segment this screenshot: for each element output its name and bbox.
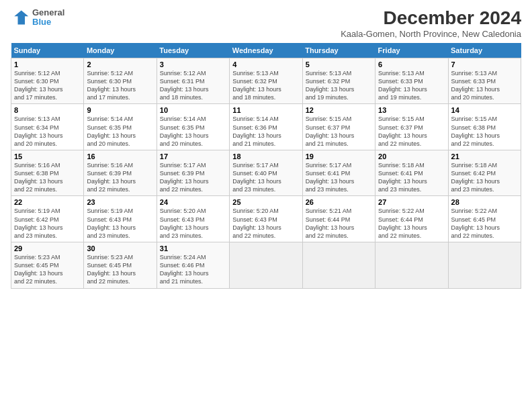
- day-info: Sunrise: 5:13 AM Sunset: 6:32 PM Dayligh…: [306, 69, 372, 102]
- calendar-cell: 26Sunrise: 5:21 AM Sunset: 6:44 PM Dayli…: [302, 196, 375, 242]
- day-info: Sunrise: 5:13 AM Sunset: 6:33 PM Dayligh…: [378, 69, 445, 102]
- col-header-monday: Monday: [84, 43, 157, 58]
- title-area: December 2024 Kaala-Gomen, North Provinc…: [341, 8, 521, 39]
- day-info: Sunrise: 5:13 AM Sunset: 6:34 PM Dayligh…: [14, 115, 81, 148]
- day-info: Sunrise: 5:14 AM Sunset: 6:35 PM Dayligh…: [160, 115, 226, 148]
- logo-text: General Blue: [32, 8, 64, 28]
- calendar-cell: 6Sunrise: 5:13 AM Sunset: 6:33 PM Daylig…: [375, 58, 448, 104]
- calendar-cell: 20Sunrise: 5:18 AM Sunset: 6:41 PM Dayli…: [375, 150, 448, 196]
- subtitle: Kaala-Gomen, North Province, New Caledon…: [341, 29, 521, 39]
- calendar-cell: 16Sunrise: 5:16 AM Sunset: 6:39 PM Dayli…: [84, 150, 157, 196]
- day-info: Sunrise: 5:17 AM Sunset: 6:40 PM Dayligh…: [232, 161, 299, 194]
- week-row-3: 15Sunrise: 5:16 AM Sunset: 6:38 PM Dayli…: [11, 150, 521, 196]
- day-info: Sunrise: 5:21 AM Sunset: 6:44 PM Dayligh…: [306, 207, 372, 240]
- calendar-cell: 29Sunrise: 5:23 AM Sunset: 6:45 PM Dayli…: [11, 242, 84, 289]
- day-info: Sunrise: 5:16 AM Sunset: 6:38 PM Dayligh…: [14, 161, 81, 194]
- day-number: 30: [87, 244, 153, 253]
- week-row-4: 22Sunrise: 5:19 AM Sunset: 6:42 PM Dayli…: [11, 196, 521, 242]
- day-number: 28: [451, 198, 518, 206]
- day-number: 6: [378, 60, 445, 68]
- day-number: 24: [160, 198, 226, 206]
- day-number: 21: [451, 152, 518, 161]
- day-number: 22: [14, 198, 81, 206]
- day-info: Sunrise: 5:12 AM Sunset: 6:30 PM Dayligh…: [87, 69, 153, 102]
- day-info: Sunrise: 5:15 AM Sunset: 6:37 PM Dayligh…: [306, 115, 372, 148]
- day-number: 29: [14, 244, 81, 253]
- day-number: 11: [232, 106, 299, 114]
- header-row: SundayMondayTuesdayWednesdayThursdayFrid…: [11, 43, 521, 58]
- calendar-cell: 4Sunrise: 5:13 AM Sunset: 6:32 PM Daylig…: [230, 58, 302, 104]
- day-info: Sunrise: 5:22 AM Sunset: 6:44 PM Dayligh…: [378, 207, 445, 240]
- calendar-cell: 10Sunrise: 5:14 AM Sunset: 6:35 PM Dayli…: [157, 104, 229, 150]
- day-number: 23: [87, 198, 153, 206]
- calendar-cell: 17Sunrise: 5:17 AM Sunset: 6:39 PM Dayli…: [157, 150, 229, 196]
- logo-line2: Blue: [32, 17, 64, 27]
- day-info: Sunrise: 5:22 AM Sunset: 6:45 PM Dayligh…: [451, 207, 518, 240]
- day-number: 18: [232, 152, 299, 161]
- col-header-tuesday: Tuesday: [157, 43, 229, 58]
- calendar-cell: 7Sunrise: 5:13 AM Sunset: 6:33 PM Daylig…: [448, 58, 521, 104]
- calendar-cell: 12Sunrise: 5:15 AM Sunset: 6:37 PM Dayli…: [302, 104, 375, 150]
- calendar-cell: 23Sunrise: 5:19 AM Sunset: 6:43 PM Dayli…: [84, 196, 157, 242]
- calendar-cell: 3Sunrise: 5:12 AM Sunset: 6:31 PM Daylig…: [157, 58, 229, 104]
- day-info: Sunrise: 5:19 AM Sunset: 6:42 PM Dayligh…: [14, 207, 81, 240]
- day-number: 17: [160, 152, 226, 161]
- day-number: 3: [160, 60, 226, 68]
- day-number: 27: [378, 198, 445, 206]
- day-number: 9: [87, 106, 153, 114]
- header: General Blue December 2024 Kaala-Gomen, …: [11, 8, 521, 39]
- day-number: 4: [232, 60, 299, 68]
- day-info: Sunrise: 5:16 AM Sunset: 6:39 PM Dayligh…: [87, 161, 153, 194]
- day-number: 26: [306, 198, 372, 206]
- day-info: Sunrise: 5:19 AM Sunset: 6:43 PM Dayligh…: [87, 207, 153, 240]
- calendar-cell: [448, 242, 521, 289]
- day-number: 8: [14, 106, 81, 114]
- col-header-sunday: Sunday: [11, 43, 84, 58]
- day-info: Sunrise: 5:12 AM Sunset: 6:31 PM Dayligh…: [160, 69, 226, 102]
- calendar-cell: 9Sunrise: 5:14 AM Sunset: 6:35 PM Daylig…: [84, 104, 157, 150]
- logo: General Blue: [11, 8, 64, 28]
- day-info: Sunrise: 5:17 AM Sunset: 6:41 PM Dayligh…: [306, 161, 372, 194]
- day-number: 13: [378, 106, 445, 114]
- day-info: Sunrise: 5:20 AM Sunset: 6:43 PM Dayligh…: [160, 207, 226, 240]
- calendar-cell: 27Sunrise: 5:22 AM Sunset: 6:44 PM Dayli…: [375, 196, 448, 242]
- day-number: 10: [160, 106, 226, 114]
- col-header-saturday: Saturday: [448, 43, 521, 58]
- calendar-cell: 30Sunrise: 5:23 AM Sunset: 6:45 PM Dayli…: [84, 242, 157, 289]
- calendar-cell: 13Sunrise: 5:15 AM Sunset: 6:37 PM Dayli…: [375, 104, 448, 150]
- day-number: 31: [160, 244, 226, 253]
- day-number: 1: [14, 60, 81, 68]
- day-info: Sunrise: 5:23 AM Sunset: 6:45 PM Dayligh…: [14, 253, 81, 286]
- day-number: 20: [378, 152, 445, 161]
- day-number: 14: [451, 106, 518, 114]
- calendar-cell: 2Sunrise: 5:12 AM Sunset: 6:30 PM Daylig…: [84, 58, 157, 104]
- day-info: Sunrise: 5:14 AM Sunset: 6:35 PM Dayligh…: [87, 115, 153, 148]
- day-number: 5: [306, 60, 372, 68]
- col-header-friday: Friday: [375, 43, 448, 58]
- calendar-cell: 8Sunrise: 5:13 AM Sunset: 6:34 PM Daylig…: [11, 104, 84, 150]
- day-info: Sunrise: 5:24 AM Sunset: 6:46 PM Dayligh…: [160, 253, 226, 286]
- col-header-thursday: Thursday: [302, 43, 375, 58]
- calendar-cell: 24Sunrise: 5:20 AM Sunset: 6:43 PM Dayli…: [157, 196, 229, 242]
- day-info: Sunrise: 5:20 AM Sunset: 6:43 PM Dayligh…: [232, 207, 299, 240]
- page: General Blue December 2024 Kaala-Gomen, …: [0, 0, 532, 411]
- day-info: Sunrise: 5:12 AM Sunset: 6:30 PM Dayligh…: [14, 69, 81, 102]
- week-row-5: 29Sunrise: 5:23 AM Sunset: 6:45 PM Dayli…: [11, 242, 521, 289]
- logo-line1: General: [32, 8, 64, 17]
- calendar-table: SundayMondayTuesdayWednesdayThursdayFrid…: [11, 43, 521, 289]
- calendar-cell: 18Sunrise: 5:17 AM Sunset: 6:40 PM Dayli…: [230, 150, 302, 196]
- calendar-cell: 5Sunrise: 5:13 AM Sunset: 6:32 PM Daylig…: [302, 58, 375, 104]
- calendar-cell: [375, 242, 448, 289]
- week-row-2: 8Sunrise: 5:13 AM Sunset: 6:34 PM Daylig…: [11, 104, 521, 150]
- calendar-cell: 25Sunrise: 5:20 AM Sunset: 6:43 PM Dayli…: [230, 196, 302, 242]
- day-number: 7: [451, 60, 518, 68]
- day-info: Sunrise: 5:13 AM Sunset: 6:33 PM Dayligh…: [451, 69, 518, 102]
- calendar-cell: 28Sunrise: 5:22 AM Sunset: 6:45 PM Dayli…: [448, 196, 521, 242]
- col-header-wednesday: Wednesday: [230, 43, 302, 58]
- day-number: 12: [306, 106, 372, 114]
- main-title: December 2024: [341, 8, 521, 29]
- day-number: 19: [306, 152, 372, 161]
- calendar-cell: 21Sunrise: 5:18 AM Sunset: 6:42 PM Dayli…: [448, 150, 521, 196]
- calendar-cell: 22Sunrise: 5:19 AM Sunset: 6:42 PM Dayli…: [11, 196, 84, 242]
- week-row-1: 1Sunrise: 5:12 AM Sunset: 6:30 PM Daylig…: [11, 58, 521, 104]
